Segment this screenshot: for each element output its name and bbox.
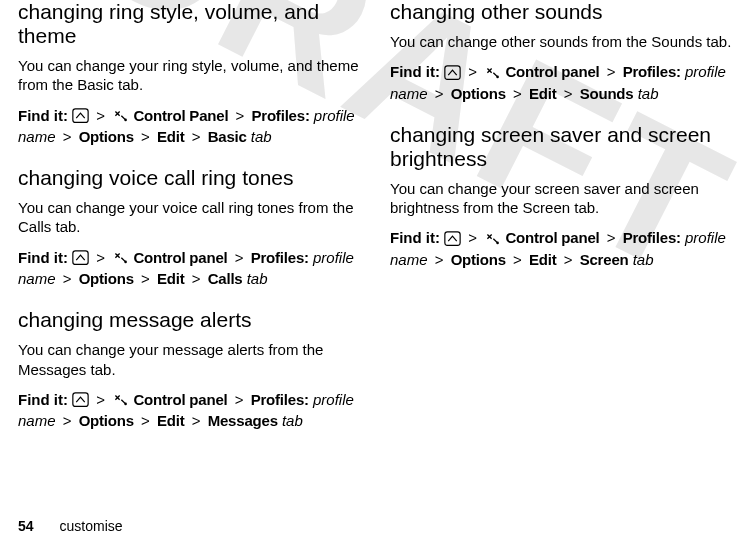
page-content: changing ring style, volume, and theme Y… <box>0 0 752 438</box>
svg-rect-6 <box>445 66 460 80</box>
find-it-label: Find it: <box>390 63 440 80</box>
nav-control-panel: Control panel <box>133 391 227 408</box>
nav-edit: Edit <box>529 85 557 102</box>
nav-control-panel: Control panel <box>505 229 599 246</box>
home-icon <box>444 64 461 79</box>
nav-basic: Basic <box>208 128 247 145</box>
tools-icon <box>112 250 129 265</box>
heading-other-sounds: changing other sounds <box>390 0 734 24</box>
sep: > <box>604 63 619 80</box>
svg-rect-4 <box>73 393 88 407</box>
heading-voice-call-ring-tones: changing voice call ring tones <box>18 166 362 190</box>
find-it-label: Find it: <box>18 391 68 408</box>
home-icon <box>72 250 89 265</box>
sep: > <box>189 412 204 429</box>
sep: > <box>432 251 447 268</box>
sep: > <box>138 270 153 287</box>
nav-profiles: Profiles: <box>251 107 309 124</box>
sep: > <box>465 229 480 246</box>
heading-ring-style: changing ring style, volume, and theme <box>18 0 362 48</box>
sep: > <box>93 107 108 124</box>
sep: > <box>93 391 108 408</box>
nav-screen: Screen <box>580 251 629 268</box>
nav-tab-word: tab <box>633 251 654 268</box>
heading-screen-saver-brightness: changing screen saver and screen brightn… <box>390 123 734 171</box>
nav-edit: Edit <box>157 128 185 145</box>
findit-screen: Find it: > Control panel > Profiles: pro… <box>390 227 734 271</box>
sep: > <box>189 270 204 287</box>
nav-profiles: Profiles: <box>623 63 681 80</box>
nav-edit: Edit <box>157 412 185 429</box>
heading-message-alerts: changing message alerts <box>18 308 362 332</box>
findit-other-sounds: Find it: > Control panel > Profiles: pro… <box>390 61 734 105</box>
svg-point-3 <box>125 261 128 264</box>
left-column: changing ring style, volume, and theme Y… <box>18 0 362 438</box>
sep: > <box>465 63 480 80</box>
sep: > <box>561 251 576 268</box>
svg-point-5 <box>125 403 128 406</box>
sep: > <box>561 85 576 102</box>
svg-point-1 <box>125 119 128 122</box>
sep: > <box>233 107 248 124</box>
body-other-sounds: You can change other sounds from the Sou… <box>390 32 734 51</box>
sep: > <box>432 85 447 102</box>
sep: > <box>60 412 75 429</box>
sep: > <box>232 249 247 266</box>
body-ring-style: You can change your ring style, volume, … <box>18 56 362 94</box>
nav-profiles: Profiles: <box>251 391 309 408</box>
nav-profiles: Profiles: <box>251 249 309 266</box>
nav-edit: Edit <box>157 270 185 287</box>
sep: > <box>138 128 153 145</box>
tools-icon <box>112 392 129 407</box>
sep: > <box>60 128 75 145</box>
footer-section-label: customise <box>60 518 123 534</box>
nav-edit: Edit <box>529 251 557 268</box>
right-column: changing other sounds You can change oth… <box>390 0 734 438</box>
findit-message-alerts: Find it: > Control panel > Profiles: pro… <box>18 389 362 433</box>
body-screen: You can change your screen saver and scr… <box>390 179 734 217</box>
nav-options: Options <box>79 128 134 145</box>
svg-rect-8 <box>445 232 460 246</box>
sep: > <box>510 85 525 102</box>
nav-sounds: Sounds <box>580 85 634 102</box>
tools-icon <box>484 64 501 79</box>
tools-icon <box>112 108 129 123</box>
nav-control-panel: Control panel <box>505 63 599 80</box>
sep: > <box>189 128 204 145</box>
nav-options: Options <box>79 270 134 287</box>
find-it-label: Find it: <box>18 249 68 266</box>
tools-icon <box>484 230 501 245</box>
nav-tab-word: tab <box>247 270 268 287</box>
sep: > <box>510 251 525 268</box>
nav-tab-word: tab <box>251 128 272 145</box>
body-message-alerts: You can change your message alerts from … <box>18 340 362 378</box>
nav-options: Options <box>451 251 506 268</box>
findit-ring-style: Find it: > Control Panel > Profiles: pro… <box>18 105 362 149</box>
sep: > <box>93 249 108 266</box>
sep: > <box>60 270 75 287</box>
nav-options: Options <box>451 85 506 102</box>
findit-voice-call: Find it: > Control panel > Profiles: pro… <box>18 247 362 291</box>
nav-control-panel: Control panel <box>133 249 227 266</box>
nav-control-panel: Control Panel <box>133 107 228 124</box>
nav-options: Options <box>79 412 134 429</box>
sep: > <box>232 391 247 408</box>
home-icon <box>72 392 89 407</box>
svg-rect-2 <box>73 251 88 265</box>
svg-point-9 <box>497 242 500 245</box>
nav-tab-word: tab <box>282 412 303 429</box>
svg-point-7 <box>497 76 500 79</box>
sep: > <box>138 412 153 429</box>
home-icon <box>72 108 89 123</box>
find-it-label: Find it: <box>390 229 440 246</box>
nav-profiles: Profiles: <box>623 229 681 246</box>
page-footer: 54customise <box>18 518 123 534</box>
sep: > <box>604 229 619 246</box>
nav-messages: Messages <box>208 412 278 429</box>
svg-rect-0 <box>73 109 88 123</box>
home-icon <box>444 230 461 245</box>
nav-tab-word: tab <box>638 85 659 102</box>
body-voice-call: You can change your voice call ring tone… <box>18 198 362 236</box>
find-it-label: Find it: <box>18 107 68 124</box>
nav-calls: Calls <box>208 270 243 287</box>
